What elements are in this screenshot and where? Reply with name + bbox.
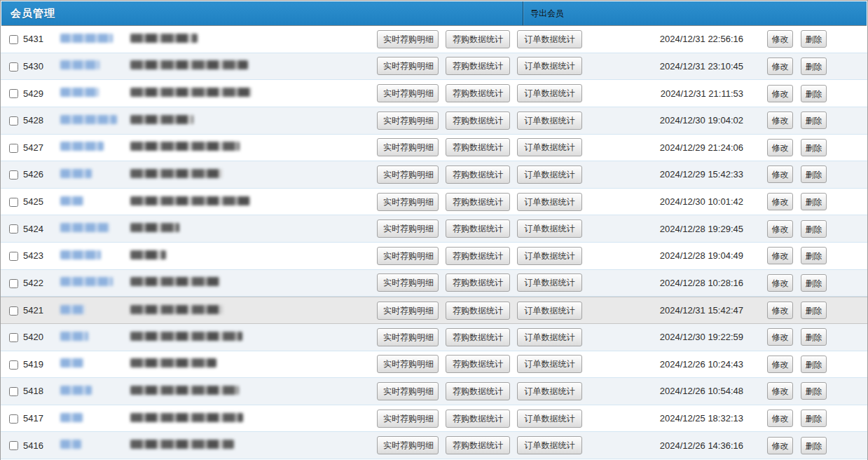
recommend-data-stats-button[interactable]: 荐购数据统计 <box>446 355 510 373</box>
order-data-stats-button[interactable]: 订单数据统计 <box>517 328 582 346</box>
delete-button[interactable]: 删除 <box>801 356 827 373</box>
order-data-stats-button[interactable]: 订单数据统计 <box>517 355 582 373</box>
row-username-redacted-link[interactable] <box>60 413 83 422</box>
row-checkbox[interactable] <box>9 333 18 342</box>
row-username-redacted-link[interactable] <box>60 305 85 314</box>
row-username-redacted-link[interactable] <box>60 196 83 205</box>
order-data-stats-button[interactable]: 订单数据统计 <box>517 219 582 238</box>
row-checkbox[interactable] <box>9 198 18 207</box>
edit-button[interactable]: 修改 <box>767 85 793 102</box>
order-data-stats-button[interactable]: 订单数据统计 <box>517 111 582 130</box>
row-username-redacted-link[interactable] <box>60 34 113 43</box>
order-data-stats-button[interactable]: 订单数据统计 <box>517 273 582 292</box>
realtime-recommend-detail-button[interactable]: 实时荐购明细 <box>377 84 439 102</box>
recommend-data-stats-button[interactable]: 荐购数据统计 <box>446 57 510 75</box>
row-username-redacted-link[interactable] <box>60 115 117 124</box>
edit-button[interactable]: 修改 <box>767 30 793 48</box>
recommend-data-stats-button[interactable]: 荐购数据统计 <box>446 247 510 265</box>
order-data-stats-button[interactable]: 订单数据统计 <box>517 138 582 156</box>
realtime-recommend-detail-button[interactable]: 实时荐购明细 <box>377 328 439 346</box>
delete-button[interactable]: 删除 <box>801 382 827 400</box>
row-checkbox[interactable] <box>9 306 18 316</box>
realtime-recommend-detail-button[interactable]: 实时荐购明细 <box>377 57 439 75</box>
edit-button[interactable]: 修改 <box>767 220 793 238</box>
row-checkbox[interactable] <box>9 360 18 370</box>
row-checkbox[interactable] <box>9 441 18 450</box>
realtime-recommend-detail-button[interactable]: 实时荐购明细 <box>377 355 439 373</box>
row-checkbox[interactable] <box>9 35 18 44</box>
edit-button[interactable]: 修改 <box>767 328 793 346</box>
row-username-redacted-link[interactable] <box>60 223 109 232</box>
edit-button[interactable]: 修改 <box>767 356 793 373</box>
order-data-stats-button[interactable]: 订单数据统计 <box>517 193 582 211</box>
row-checkbox[interactable] <box>9 279 18 288</box>
recommend-data-stats-button[interactable]: 荐购数据统计 <box>446 138 510 156</box>
delete-button[interactable]: 删除 <box>801 247 827 264</box>
delete-button[interactable]: 删除 <box>801 111 827 129</box>
realtime-recommend-detail-button[interactable]: 实时荐购明细 <box>377 193 439 211</box>
row-username-redacted-link[interactable] <box>60 440 81 449</box>
edit-button[interactable]: 修改 <box>767 111 793 129</box>
edit-button[interactable]: 修改 <box>767 274 793 292</box>
row-username-redacted-link[interactable] <box>60 386 92 395</box>
export-members-button[interactable]: 导出会员 <box>526 1 568 25</box>
order-data-stats-button[interactable]: 订单数据统计 <box>517 165 582 184</box>
realtime-recommend-detail-button[interactable]: 实时荐购明细 <box>377 436 439 454</box>
realtime-recommend-detail-button[interactable]: 实时荐购明细 <box>377 410 439 428</box>
row-checkbox[interactable] <box>9 414 18 424</box>
recommend-data-stats-button[interactable]: 荐购数据统计 <box>446 273 510 292</box>
order-data-stats-button[interactable]: 订单数据统计 <box>517 436 582 454</box>
row-checkbox[interactable] <box>9 224 18 234</box>
delete-button[interactable]: 删除 <box>801 328 827 346</box>
edit-button[interactable]: 修改 <box>767 382 793 400</box>
recommend-data-stats-button[interactable]: 荐购数据统计 <box>446 436 510 454</box>
delete-button[interactable]: 删除 <box>801 410 827 427</box>
row-username-redacted-link[interactable] <box>60 358 83 367</box>
realtime-recommend-detail-button[interactable]: 实时荐购明细 <box>377 247 439 265</box>
order-data-stats-button[interactable]: 订单数据统计 <box>517 30 582 48</box>
row-checkbox[interactable] <box>9 62 18 72</box>
recommend-data-stats-button[interactable]: 荐购数据统计 <box>446 111 510 130</box>
realtime-recommend-detail-button[interactable]: 实时荐购明细 <box>377 138 439 156</box>
order-data-stats-button[interactable]: 订单数据统计 <box>517 382 582 400</box>
order-data-stats-button[interactable]: 订单数据统计 <box>517 410 582 428</box>
edit-button[interactable]: 修改 <box>767 437 793 454</box>
order-data-stats-button[interactable]: 订单数据统计 <box>517 247 582 265</box>
row-username-redacted-link[interactable] <box>60 277 113 286</box>
edit-button[interactable]: 修改 <box>767 58 793 75</box>
edit-button[interactable]: 修改 <box>767 302 793 319</box>
row-username-redacted-link[interactable] <box>60 88 99 97</box>
delete-button[interactable]: 删除 <box>801 30 827 48</box>
recommend-data-stats-button[interactable]: 荐购数据统计 <box>446 165 510 184</box>
delete-button[interactable]: 删除 <box>801 302 827 319</box>
realtime-recommend-detail-button[interactable]: 实时荐购明细 <box>377 382 439 400</box>
edit-button[interactable]: 修改 <box>767 410 793 427</box>
recommend-data-stats-button[interactable]: 荐购数据统计 <box>446 328 510 346</box>
delete-button[interactable]: 删除 <box>801 437 827 454</box>
delete-button[interactable]: 删除 <box>801 165 827 183</box>
order-data-stats-button[interactable]: 订单数据统计 <box>517 57 582 75</box>
recommend-data-stats-button[interactable]: 荐购数据统计 <box>446 84 510 102</box>
realtime-recommend-detail-button[interactable]: 实时荐购明细 <box>377 219 439 238</box>
row-checkbox[interactable] <box>9 170 18 180</box>
recommend-data-stats-button[interactable]: 荐购数据统计 <box>446 410 510 428</box>
recommend-data-stats-button[interactable]: 荐购数据统计 <box>446 302 510 320</box>
realtime-recommend-detail-button[interactable]: 实时荐购明细 <box>377 273 439 292</box>
edit-button[interactable]: 修改 <box>767 193 793 210</box>
delete-button[interactable]: 删除 <box>801 220 827 238</box>
realtime-recommend-detail-button[interactable]: 实时荐购明细 <box>377 165 439 184</box>
row-username-redacted-link[interactable] <box>60 142 104 151</box>
edit-button[interactable]: 修改 <box>767 247 793 264</box>
order-data-stats-button[interactable]: 订单数据统计 <box>517 302 582 320</box>
recommend-data-stats-button[interactable]: 荐购数据统计 <box>446 30 510 48</box>
recommend-data-stats-button[interactable]: 荐购数据统计 <box>446 219 510 238</box>
realtime-recommend-detail-button[interactable]: 实时荐购明细 <box>377 302 439 320</box>
row-username-redacted-link[interactable] <box>60 169 92 178</box>
order-data-stats-button[interactable]: 订单数据统计 <box>517 84 582 102</box>
edit-button[interactable]: 修改 <box>767 139 793 156</box>
delete-button[interactable]: 删除 <box>801 58 827 75</box>
edit-button[interactable]: 修改 <box>767 165 793 183</box>
row-checkbox[interactable] <box>9 116 18 126</box>
row-checkbox[interactable] <box>9 252 18 261</box>
row-username-redacted-link[interactable] <box>60 60 99 69</box>
